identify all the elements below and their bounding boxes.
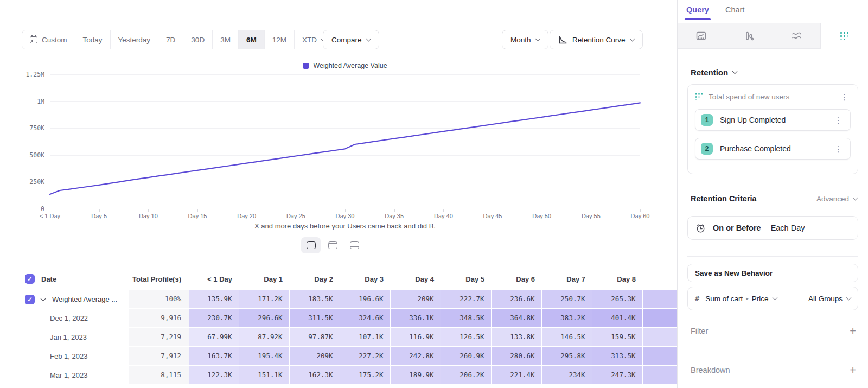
date-range-button-30d[interactable]: 30D [183, 30, 213, 49]
retention-criteria-row: Retention Criteria Advanced [691, 194, 857, 203]
funnels-tab[interactable] [725, 23, 773, 49]
retention-value-cell: 67.99K [189, 328, 239, 346]
retention-value-cell: 265.3K [592, 290, 642, 308]
step-1-sign-up-completed[interactable]: 1 Sign Up Completed ⋮ [695, 109, 851, 131]
chevron-down-icon [366, 36, 371, 41]
chart-view-toggle[interactable] [323, 237, 342, 253]
date-header-label: Date [41, 275, 56, 283]
granularity-dropdown[interactable]: Month [502, 30, 548, 49]
tab-query[interactable]: Query [686, 5, 709, 20]
date-range-button-12m[interactable]: 12M [265, 30, 295, 49]
kebab-menu-icon[interactable]: ⋮ [838, 92, 851, 102]
retention-value-cell: 133.8K [492, 328, 541, 346]
date-range-button-3m[interactable]: 3M [213, 30, 239, 49]
x-axis-tick-label: Day 5 [91, 213, 107, 219]
weighted-average-line [50, 74, 640, 209]
date-range-button-7d[interactable]: 7D [158, 30, 183, 49]
day-column-headers: < 1 DayDay 1Day 2Day 3Day 4Day 5Day 6Day… [189, 275, 643, 283]
legend-label: Weighted Average Value [313, 62, 387, 69]
table-header-row: ✓ Date Total Profile(s) < 1 DayDay 1Day … [0, 269, 677, 289]
y-axis-tick-label: 0 [14, 205, 44, 213]
retention-value-cell: 146.5K [542, 328, 592, 346]
retention-value-cell: 163.7K [189, 347, 239, 365]
clipped-day-9-cell [643, 290, 677, 308]
day-column-header: Day 6 [492, 275, 542, 283]
add-filter-button[interactable]: + [850, 326, 856, 336]
retention-value-cell: 175.2K [340, 366, 390, 384]
report-main-area: CustomTodayYesterday7D30D3M6M12MXTD Comp… [0, 0, 677, 388]
retention-value-cell: 348.5K [441, 309, 491, 327]
kebab-menu-icon[interactable]: ⋮ [832, 144, 845, 154]
retention-value-cell: 195.4K [239, 347, 289, 365]
tab-chart[interactable]: Chart [725, 5, 744, 20]
date-range-group: CustomTodayYesterday7D30D3M6M12MXTD [22, 30, 333, 49]
retention-value-cell: 126.5K [441, 328, 491, 346]
row-label: Weighted Average ... [52, 295, 117, 303]
x-axis-tick [148, 209, 149, 212]
x-axis-tick [394, 209, 395, 212]
split-view-icon [307, 241, 316, 249]
compare-button[interactable]: Compare [323, 30, 379, 49]
filter-section: Filter + [691, 326, 856, 336]
x-axis-tick-label: Day 55 [582, 213, 601, 219]
all-groups-dropdown[interactable]: All Groups [808, 295, 851, 303]
advanced-dropdown[interactable]: Advanced [816, 195, 857, 203]
chevron-down-icon [732, 69, 738, 74]
date-range-button-today[interactable]: Today [75, 30, 111, 49]
insights-tab[interactable] [678, 23, 725, 49]
y-axis-tick-label: 500K [14, 151, 44, 159]
date-range-label: XTD [302, 36, 317, 44]
retention-value-cell: 364.8K [492, 309, 541, 327]
retention-value-cell: 336.1K [391, 309, 441, 327]
retention-value-cell: 206.2K [441, 366, 491, 384]
behavior-card: Total spend of new users ⋮ 1 Sign Up Com… [687, 84, 858, 174]
measure-label[interactable]: Sum of cart [705, 295, 743, 303]
day-column-header: Day 3 [340, 275, 391, 283]
all-groups-label: All Groups [808, 295, 843, 303]
granularity-label: Month [510, 36, 531, 44]
kebab-menu-icon[interactable]: ⋮ [832, 115, 845, 125]
table-view-toggle[interactable] [344, 237, 364, 253]
compare-label: Compare [331, 36, 362, 44]
clipped-day-9-cell [643, 328, 677, 346]
behavior-title-row: Total spend of new users ⋮ [695, 92, 851, 102]
chevron-down-icon [773, 295, 778, 300]
y-axis-tick-label: 1.25M [14, 71, 44, 78]
insights-icon [696, 31, 706, 41]
retention-value-cell: 247.3K [592, 366, 642, 384]
breakdown-label: Breakdown [691, 366, 730, 374]
y-axis-tick-label: 750K [14, 124, 44, 132]
retention-timing-card[interactable]: On or Before Each Day [687, 216, 858, 240]
retention-value-cell: 135.9K [189, 290, 239, 308]
flows-tab[interactable] [773, 23, 821, 49]
retention-value-cell: 122.3K [189, 366, 239, 384]
retention-tab[interactable] [821, 23, 868, 49]
retention-icon [840, 31, 849, 41]
funnels-icon [744, 31, 754, 41]
date-range-button-6m[interactable]: 6M [239, 30, 265, 49]
row-checkbox[interactable]: ✓ [25, 295, 35, 304]
save-as-new-behavior-button[interactable]: Save as New Behavior [687, 264, 858, 282]
retention-value-cell: 116.9K [391, 328, 441, 346]
chart-type-dropdown[interactable]: Retention Curve [550, 30, 643, 49]
step-2-purchase-completed[interactable]: 2 Purchase Completed ⋮ [695, 138, 851, 160]
date-range-button-yesterday[interactable]: Yesterday [111, 30, 159, 49]
total-column-header: Total Profile(s) [129, 275, 189, 283]
chart-legend: Weighted Average Value [303, 62, 387, 69]
breakdown-section: Breakdown + [691, 365, 856, 376]
measure-property[interactable]: Price [752, 295, 769, 303]
date-range-label: 30D [191, 36, 205, 44]
retention-value-cell: 221.4K [492, 366, 541, 384]
chart-type-label: Retention Curve [572, 36, 626, 44]
split-view-toggle[interactable] [301, 237, 321, 253]
select-all-checkbox[interactable]: ✓ [25, 274, 35, 284]
expand-row-chevron-icon[interactable] [41, 296, 46, 301]
report-type-strip [678, 23, 868, 49]
retention-value-cell: 296.6K [239, 309, 289, 327]
flows-icon [792, 31, 802, 40]
date-range-button-custom[interactable]: Custom [22, 30, 75, 49]
clipped-day-9-cell [643, 347, 677, 365]
add-breakdown-button[interactable]: + [850, 365, 856, 376]
retention-value-cell: 234K [542, 366, 592, 384]
retention-section-dropdown[interactable]: Retention [691, 68, 737, 77]
